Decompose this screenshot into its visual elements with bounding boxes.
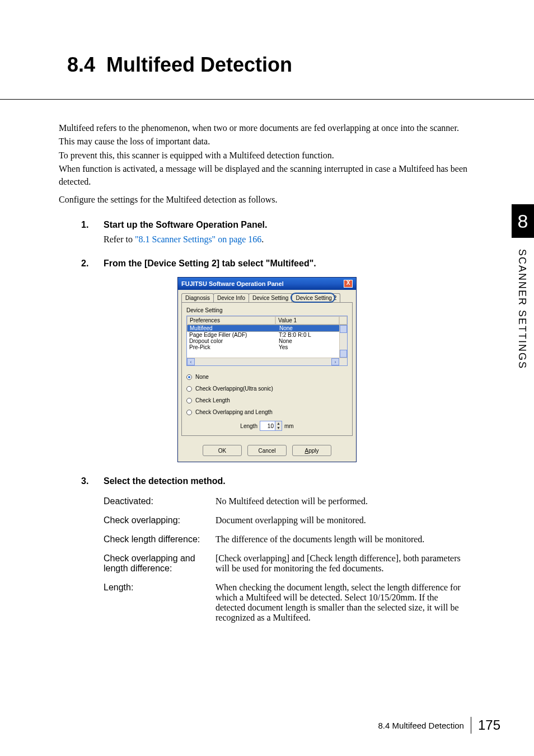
pref-name: Multifeed bbox=[188, 325, 277, 331]
scroll-up-icon[interactable] bbox=[340, 325, 347, 333]
step-1-title: Start up the Software Operation Panel. bbox=[104, 220, 268, 230]
length-label: Length bbox=[240, 423, 257, 429]
radio-overlap-label: Check Overlapping(Ultra sonic) bbox=[195, 386, 273, 392]
method-overlap: Check overlapping: Document overlapping … bbox=[104, 511, 475, 530]
method-label: Deactivated: bbox=[104, 492, 216, 511]
section-heading: 8.4 Multifeed Detection bbox=[0, 0, 534, 77]
length-spinner[interactable]: ▲ ▼ bbox=[260, 421, 282, 431]
step-2: 2. From the [Device Setting 2] tab selec… bbox=[81, 259, 475, 269]
preferences-listbox[interactable]: Preferences Value 1 Multifeed None Page … bbox=[186, 316, 348, 366]
chapter-number: 8 bbox=[518, 210, 528, 232]
step-1-body: Refer to "8.1 Scanner Settings" on page … bbox=[104, 234, 475, 245]
spin-up-icon[interactable]: ▲ bbox=[275, 421, 282, 426]
pref-name: Dropout color bbox=[187, 338, 277, 344]
step-3-title: Select the detection method. bbox=[104, 476, 226, 486]
pref-value: T:2 B:0 R:0 L bbox=[277, 332, 347, 338]
length-unit: mm bbox=[284, 423, 294, 429]
software-operation-panel-dialog: FUJITSU Software Operation Panel X Diagn… bbox=[177, 277, 357, 462]
radio-length[interactable]: Check Length bbox=[186, 397, 348, 403]
tab-device-setting-2[interactable]: Device Setting 2 bbox=[292, 293, 340, 302]
col-value: Value 1 bbox=[275, 316, 339, 325]
method-lengthdiff: Check length difference: The difference … bbox=[104, 530, 475, 549]
step-2-number: 2. bbox=[81, 259, 104, 269]
method-text: Document overlapping will be monitored. bbox=[216, 511, 475, 530]
step-1: 1. Start up the Software Operation Panel… bbox=[81, 220, 475, 245]
intro-p5: Configure the settings for the Multifeed… bbox=[59, 194, 475, 206]
tab-diagnosis[interactable]: Diagnosis bbox=[181, 293, 214, 302]
radio-length-label: Check Length bbox=[195, 397, 230, 403]
pref-value: None bbox=[277, 325, 346, 331]
radio-icon bbox=[186, 374, 192, 380]
step-1-number: 1. bbox=[81, 220, 104, 230]
dialog-buttons: OK Cancel Apply bbox=[178, 439, 356, 462]
method-label: Check overlapping: bbox=[104, 511, 216, 530]
intro-block: Multifeed refers to the phenomenon, when… bbox=[59, 122, 475, 206]
page-number: 175 bbox=[478, 717, 500, 733]
method-text: [Check overlapping] and [Check length di… bbox=[216, 549, 475, 578]
step-3: 3. Select the detection method. Deactiva… bbox=[81, 476, 475, 627]
scroll-right-icon[interactable]: › bbox=[331, 358, 339, 365]
method-both: Check overlapping and length difference:… bbox=[104, 549, 475, 578]
radio-none-label: None bbox=[195, 374, 209, 380]
cancel-button[interactable]: Cancel bbox=[247, 445, 287, 456]
step-1-refer-prefix: Refer to bbox=[104, 234, 135, 244]
step-2-title: From the [Device Setting 2] tab select "… bbox=[104, 259, 316, 269]
method-label: Length: bbox=[104, 578, 216, 627]
section-title-text: Multifeed Detection bbox=[106, 53, 292, 76]
dialog-titlebar: FUJITSU Software Operation Panel X bbox=[178, 278, 356, 290]
method-label: Check length difference: bbox=[104, 530, 216, 549]
tab-device-setting-2-label: Device Setting 2 bbox=[296, 295, 336, 301]
apply-label-rest: pply bbox=[308, 448, 318, 454]
step-3-number: 3. bbox=[81, 476, 104, 486]
scanner-settings-link[interactable]: "8.1 Scanner Settings" on page 166 bbox=[135, 234, 261, 244]
pref-row-page-edge[interactable]: Page Edge Filler (ADF) T:2 B:0 R:0 L bbox=[187, 332, 347, 338]
chapter-side-tab: 8 SCANNER SETTINGS bbox=[512, 204, 534, 369]
scroll-down-icon[interactable] bbox=[340, 350, 347, 358]
length-input[interactable] bbox=[260, 421, 275, 430]
radio-none[interactable]: None bbox=[186, 374, 348, 380]
pref-name: Pre-Pick bbox=[187, 344, 277, 350]
scroll-left-icon[interactable]: ‹ bbox=[187, 358, 195, 365]
pref-name: Page Edge Filler (ADF) bbox=[187, 332, 277, 338]
tab-device-info[interactable]: Device Info bbox=[213, 293, 249, 302]
ok-button[interactable]: OK bbox=[203, 445, 242, 456]
radio-icon bbox=[186, 386, 192, 392]
step-1-refer-suffix: . bbox=[261, 234, 264, 244]
section-number: 8.4 bbox=[67, 53, 95, 76]
tabs-row: Diagnosis Device Info Device Setting Dev… bbox=[178, 290, 356, 302]
radio-icon bbox=[186, 398, 192, 403]
radio-both-label: Check Overlapping and Length bbox=[195, 409, 273, 415]
footer-section: 8.4 Multifeed Detection bbox=[378, 721, 464, 730]
pref-row-dropout[interactable]: Dropout color None bbox=[187, 338, 347, 344]
multifeed-radio-group: None Check Overlapping(Ultra sonic) Chec… bbox=[186, 374, 348, 415]
method-deactivated: Deactivated: No Multifeed detection will… bbox=[104, 492, 475, 511]
pref-row-multifeed[interactable]: Multifeed None bbox=[187, 325, 347, 332]
length-row: Length ▲ ▼ mm bbox=[186, 421, 348, 431]
method-text: The difference of the documents length w… bbox=[216, 530, 475, 549]
tab-device-setting[interactable]: Device Setting bbox=[249, 293, 292, 302]
footer-separator bbox=[471, 717, 471, 734]
device-setting-label: Device Setting bbox=[186, 307, 348, 313]
tab-panel: Device Setting Preferences Value 1 Multi… bbox=[181, 302, 353, 436]
col-scroll-spacer bbox=[339, 316, 347, 325]
col-preferences: Preferences bbox=[187, 316, 275, 325]
intro-p4: When function is activated, a message wi… bbox=[59, 163, 475, 188]
intro-p3: To prevent this, this scanner is equippe… bbox=[59, 149, 475, 162]
page-footer: 8.4 Multifeed Detection 175 bbox=[378, 717, 500, 734]
radio-overlap[interactable]: Check Overlapping(Ultra sonic) bbox=[186, 386, 348, 392]
vertical-scrollbar[interactable] bbox=[339, 325, 347, 358]
close-icon[interactable]: X bbox=[344, 280, 353, 288]
method-length: Length: When checking the document lengt… bbox=[104, 578, 475, 627]
detection-method-table: Deactivated: No Multifeed detection will… bbox=[104, 492, 475, 627]
method-text: When checking the document length, selec… bbox=[216, 578, 475, 627]
radio-both[interactable]: Check Overlapping and Length bbox=[186, 409, 348, 415]
pref-value: Yes bbox=[277, 344, 347, 350]
section-rule bbox=[0, 99, 534, 100]
intro-p1: Multifeed refers to the phenomenon, when… bbox=[59, 122, 475, 134]
chapter-number-box: 8 bbox=[512, 204, 534, 238]
pref-row-prepick[interactable]: Pre-Pick Yes bbox=[187, 344, 347, 350]
intro-p2: This may cause the loss of important dat… bbox=[59, 135, 475, 148]
apply-button[interactable]: Apply bbox=[292, 445, 331, 456]
spin-down-icon[interactable]: ▼ bbox=[275, 426, 282, 430]
horizontal-scrollbar[interactable]: ‹ › bbox=[187, 358, 347, 365]
